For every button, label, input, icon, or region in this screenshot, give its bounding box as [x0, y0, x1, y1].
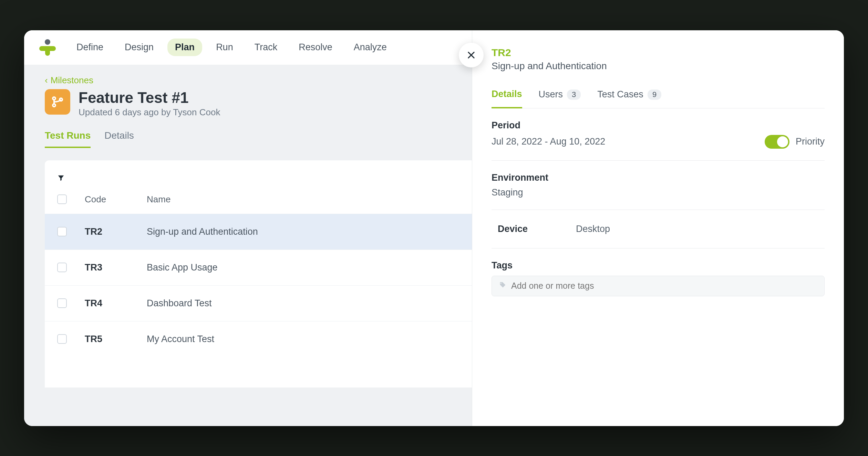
period-label: Period — [492, 120, 825, 131]
top-nav: DefineDesignPlanRunTrackResolveAnalyze — [24, 30, 472, 65]
nav-run[interactable]: Run — [208, 39, 241, 56]
detail-tab-count: 9 — [648, 89, 661, 100]
tags-input-wrapper[interactable] — [492, 276, 825, 296]
chevron-left-icon: ‹ — [45, 75, 48, 86]
detail-id: TR2 — [492, 47, 825, 59]
breadcrumb-label: Milestones — [51, 75, 93, 86]
device-label: Device — [498, 224, 528, 234]
detail-tab-label: Test Cases — [597, 89, 643, 100]
detail-tabs: DetailsUsers3Test Cases9 — [492, 89, 825, 108]
priority-label: Priority — [796, 136, 825, 147]
row-code: TR5 — [85, 334, 147, 344]
test-runs-panel: Code Name TR2Sign-up and AuthenticationT… — [45, 160, 472, 388]
tab-details[interactable]: Details — [104, 130, 134, 148]
nav-resolve[interactable]: Resolve — [291, 39, 340, 56]
row-name: Basic App Usage — [147, 262, 459, 273]
row-checkbox[interactable] — [57, 298, 67, 308]
detail-panel: TR2 Sign-up and Authentication DetailsUs… — [472, 30, 844, 426]
left-tabs: Test RunsDetails — [24, 130, 472, 149]
row-name: Sign-up and Authentication — [147, 226, 459, 237]
detail-tab-label: Details — [492, 89, 522, 99]
select-all-checkbox[interactable] — [57, 194, 67, 204]
filter-icon[interactable] — [57, 175, 65, 183]
detail-tab-label: Users — [539, 89, 563, 100]
row-name: My Account Test — [147, 334, 459, 344]
environment-label: Environment — [492, 172, 825, 183]
detail-tab-details[interactable]: Details — [492, 89, 522, 108]
row-checkbox[interactable] — [57, 334, 67, 344]
tags-label: Tags — [492, 260, 825, 271]
priority-toggle[interactable] — [765, 135, 789, 149]
table-header: Code Name — [45, 194, 472, 214]
period-value: Jul 28, 2022 - Aug 10, 2022 — [492, 136, 605, 147]
tag-icon — [499, 282, 506, 290]
svg-point-2 — [53, 97, 55, 100]
nav-design[interactable]: Design — [117, 39, 161, 56]
tags-input[interactable] — [511, 281, 817, 291]
table-row[interactable]: TR4Dashboard Test — [45, 285, 472, 321]
device-value: Desktop — [576, 224, 610, 234]
col-code: Code — [85, 194, 147, 205]
detail-name: Sign-up and Authentication — [492, 61, 825, 72]
nav-analyze[interactable]: Analyze — [346, 39, 394, 56]
detail-tab-test-cases[interactable]: Test Cases9 — [597, 89, 661, 108]
nav-track[interactable]: Track — [247, 39, 285, 56]
page-subtitle: Updated 6 days ago by Tyson Cook — [79, 107, 220, 118]
breadcrumb-back[interactable]: ‹ Milestones — [45, 75, 93, 86]
row-checkbox[interactable] — [57, 227, 67, 236]
table-row[interactable]: TR3Basic App Usage — [45, 250, 472, 285]
table-row[interactable]: TR5My Account Test — [45, 321, 472, 357]
tab-test-runs[interactable]: Test Runs — [45, 130, 91, 148]
row-code: TR2 — [85, 226, 147, 237]
detail-tab-count: 3 — [567, 89, 581, 100]
detail-tab-users[interactable]: Users3 — [539, 89, 581, 108]
app-logo — [39, 39, 56, 56]
branch-icon — [45, 89, 70, 115]
nav-plan[interactable]: Plan — [167, 39, 202, 56]
environment-value: Staging — [492, 187, 825, 198]
row-code: TR3 — [85, 262, 147, 273]
close-icon — [466, 50, 476, 60]
row-code: TR4 — [85, 298, 147, 309]
row-checkbox[interactable] — [57, 263, 67, 272]
nav-define[interactable]: Define — [69, 39, 111, 56]
col-name: Name — [147, 194, 459, 205]
page-title: Feature Test #1 — [79, 89, 220, 106]
row-name: Dashboard Test — [147, 298, 459, 309]
table-row[interactable]: TR2Sign-up and Authentication — [45, 214, 472, 250]
close-button[interactable] — [459, 43, 484, 67]
svg-point-3 — [53, 104, 55, 107]
